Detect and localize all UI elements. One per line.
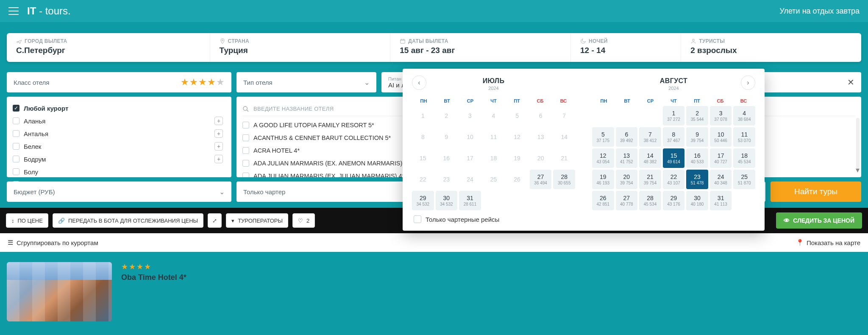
resort-any[interactable]: ✓ Любой курорт bbox=[13, 102, 225, 114]
star-rating[interactable]: ★★★★★ bbox=[181, 77, 225, 88]
dow-row: ПНВТСРЧТПТСБВС bbox=[412, 96, 575, 106]
app-header: IT - tours. Улети на отдых завтра bbox=[0, 0, 868, 22]
calendar-day[interactable]: 2943 176 bbox=[663, 191, 685, 210]
close-icon[interactable]: ✕ bbox=[847, 77, 854, 87]
calendar-day[interactable]: 438 684 bbox=[733, 106, 755, 126]
charter-only-label: Только чартерные рейсы bbox=[426, 216, 499, 223]
calendar-next-button[interactable]: › bbox=[741, 75, 755, 90]
resort-label: Анталья bbox=[24, 130, 48, 137]
dates-cell[interactable]: ДАТЫ ВЫЛЕТА 15 авг - 23 авг bbox=[390, 33, 571, 62]
star-icon: ★ bbox=[216, 77, 225, 88]
month-header: › АВГУСТ 2024 bbox=[592, 75, 755, 96]
dow-label: ВС bbox=[552, 98, 575, 103]
calendar-day[interactable]: 1740 727 bbox=[710, 148, 732, 168]
calendar-day: 3 bbox=[459, 106, 481, 126]
hotel-search-placeholder: ВВЕДИТЕ НАЗВАНИЕ ОТЕЛЯ bbox=[253, 106, 334, 112]
month-title: АВГУСТ bbox=[592, 77, 755, 85]
show-on-map[interactable]: 📍Показать на карте bbox=[796, 239, 860, 246]
day-number: 6 bbox=[625, 131, 628, 138]
calendar-day[interactable]: 3128 611 bbox=[459, 191, 481, 210]
calendar-day[interactable]: 2039 754 bbox=[616, 170, 638, 189]
calendar-month: ‹ ИЮЛЬ 2024 ПНВТСРЧТПТСБВС 1234567891011… bbox=[412, 75, 575, 210]
nights-value: 12 - 14 bbox=[580, 46, 671, 55]
calendar-day[interactable]: 2551 870 bbox=[733, 170, 755, 189]
budget-filter[interactable]: Бюджет (РУБ) ⌄ bbox=[7, 181, 231, 202]
resort-item[interactable]: Аланья+ bbox=[13, 114, 225, 127]
day-number: 20 bbox=[623, 173, 630, 180]
calendar-day[interactable]: 939 754 bbox=[686, 127, 708, 147]
calendar-day[interactable]: 1448 382 bbox=[639, 148, 661, 168]
expand-resort-button[interactable]: + bbox=[214, 117, 223, 125]
calendar-day[interactable]: 1243 054 bbox=[592, 148, 614, 168]
calendar-day[interactable]: 235 544 bbox=[686, 106, 708, 126]
calendar-day[interactable]: 837 467 bbox=[663, 127, 685, 147]
calendar-day[interactable]: 337 078 bbox=[710, 106, 732, 126]
calendar-day: 2 bbox=[436, 106, 458, 126]
day-number: 7 bbox=[648, 131, 652, 138]
country-cell[interactable]: СТРАНА Турция bbox=[210, 33, 391, 62]
day-number: 24 bbox=[467, 176, 473, 183]
resort-item[interactable]: Бодрум+ bbox=[13, 153, 225, 165]
day-number: 5 bbox=[601, 131, 605, 138]
calendar-day[interactable]: 1946 193 bbox=[592, 170, 614, 189]
calendar-prev-button[interactable]: ‹ bbox=[412, 75, 426, 90]
calendar-day[interactable]: 2243 107 bbox=[663, 170, 685, 189]
expand-resort-button[interactable]: + bbox=[214, 129, 223, 138]
calendar-day[interactable]: 537 175 bbox=[592, 127, 614, 147]
favorites-button[interactable]: ♡2 bbox=[292, 213, 315, 228]
day-number: 1 bbox=[672, 110, 676, 117]
hotel-label: ACANTHUS & CENNET BARUT COLLECTION 5* bbox=[253, 134, 391, 141]
calendar-day[interactable]: 3141 113 bbox=[710, 191, 732, 210]
departure-city-cell[interactable]: ГОРОД ВЫЛЕТА С.Петербург bbox=[7, 33, 210, 62]
charter-only-checkbox[interactable] bbox=[414, 215, 421, 223]
day-number: 9 bbox=[696, 131, 699, 138]
checkbox-icon bbox=[13, 168, 19, 175]
group-by-resorts[interactable]: Сгруппировать по курортам bbox=[17, 239, 98, 246]
nights-cell[interactable]: НОЧЕЙ 12 - 14 bbox=[571, 33, 681, 62]
sort-price-button[interactable]: ↕ПО ЦЕНЕ bbox=[6, 213, 48, 228]
calendar-day[interactable]: 738 412 bbox=[639, 127, 661, 147]
hotel-type-filter[interactable]: Тип отеля ⌄ bbox=[236, 72, 376, 92]
send-to-bot-button[interactable]: 🔗ПЕРЕДАТЬ В БОТА ДЛЯ ОТСЛЕЖИВАНИЯ ЦЕНЫ bbox=[53, 213, 203, 228]
calendar-day[interactable]: 1153 070 bbox=[733, 127, 755, 147]
calendar-day[interactable]: 2845 534 bbox=[639, 191, 661, 210]
calendar-day[interactable]: 2830 655 bbox=[553, 170, 575, 189]
menu-icon[interactable] bbox=[8, 7, 19, 15]
calendar-day[interactable]: 137 272 bbox=[663, 106, 685, 126]
calendar-day: 6 bbox=[530, 106, 552, 126]
track-price-button[interactable]: 👁СЛЕДИТЬ ЗА ЦЕНОЙ bbox=[776, 212, 862, 229]
day-price: 42 851 bbox=[596, 202, 609, 207]
calendar-day[interactable]: 2642 851 bbox=[592, 191, 614, 210]
calendar-day[interactable]: 1050 446 bbox=[710, 127, 732, 147]
calendar-day[interactable]: 2934 532 bbox=[412, 191, 434, 210]
day-number: 15 bbox=[670, 152, 677, 159]
checkbox-icon bbox=[13, 117, 19, 124]
calendar-day[interactable]: 1341 752 bbox=[616, 148, 638, 168]
calendar-day[interactable]: 1549 614 bbox=[663, 148, 685, 168]
calendar-day[interactable]: 3040 180 bbox=[686, 191, 708, 210]
calendar-day[interactable]: 1845 534 bbox=[733, 148, 755, 168]
calendar-day[interactable]: 3034 532 bbox=[436, 191, 458, 210]
guests-cell[interactable]: ТУРИСТЫ 2 взрослых bbox=[681, 33, 861, 62]
calendar-day[interactable]: 639 492 bbox=[616, 127, 638, 147]
resort-item[interactable]: Анталья+ bbox=[13, 127, 225, 140]
scrollbar[interactable] bbox=[856, 118, 860, 169]
calendar-day[interactable]: 2736 494 bbox=[530, 170, 552, 189]
calendar-day[interactable]: 2740 778 bbox=[616, 191, 638, 210]
expand-resort-button[interactable]: + bbox=[214, 142, 223, 151]
tour-operators-button[interactable]: ▾ТУРОПЕРАТОРЫ bbox=[226, 213, 288, 228]
find-tours-button[interactable]: Найти туры bbox=[771, 181, 861, 202]
calendar-day[interactable]: 2139 754 bbox=[639, 170, 661, 189]
calendar-day[interactable]: 2440 348 bbox=[710, 170, 732, 189]
resort-label: Аланья bbox=[24, 117, 45, 125]
calendar-day[interactable]: 2351 478 bbox=[686, 170, 708, 189]
resort-item[interactable]: Белек+ bbox=[13, 140, 225, 153]
filter-icon[interactable]: ▾ bbox=[856, 165, 860, 175]
calendar-day[interactable]: 1640 533 bbox=[686, 148, 708, 168]
resort-item[interactable]: Болу bbox=[13, 165, 225, 178]
expand-button[interactable]: ⤢ bbox=[208, 213, 222, 228]
hotel-class-filter[interactable]: Класс отеля ★★★★★ bbox=[7, 72, 231, 92]
result-card[interactable]: ★★★★ Oba Time Hotel 4* bbox=[7, 262, 861, 321]
calendar-popup: ‹ ИЮЛЬ 2024 ПНВТСРЧТПТСБВС 1234567891011… bbox=[403, 69, 765, 231]
expand-resort-button[interactable]: + bbox=[214, 155, 223, 163]
